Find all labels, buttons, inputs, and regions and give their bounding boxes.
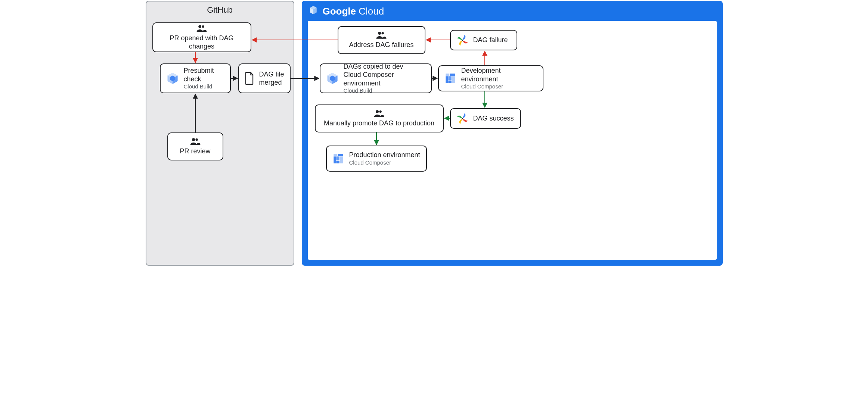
svg-point-22: [379, 110, 381, 113]
file-icon: [244, 72, 255, 85]
node-address-dag-failures: Address DAG failures: [338, 26, 425, 54]
svg-rect-20: [448, 81, 452, 83]
cloud-composer-icon: [444, 72, 457, 85]
cloud-build-icon: [166, 72, 179, 85]
svg-point-21: [376, 110, 379, 113]
users-icon: [376, 31, 387, 39]
node-dag-success: DAG success: [450, 108, 521, 129]
node-pr-review: PR review: [167, 132, 223, 160]
users-icon: [190, 137, 201, 146]
cloud-build-icon: [326, 72, 339, 85]
svg-point-10: [462, 40, 463, 41]
svg-rect-26: [334, 156, 336, 163]
google-cloud-logo-icon: [308, 4, 319, 18]
svg-point-9: [381, 32, 384, 34]
svg-rect-19: [452, 76, 455, 83]
cloud-composer-icon: [332, 152, 345, 165]
svg-rect-28: [340, 156, 343, 163]
svg-point-23: [462, 118, 463, 119]
svg-rect-15: [446, 74, 449, 76]
node-development-environment: Development environment Cloud Composer: [438, 65, 543, 91]
svg-rect-16: [450, 74, 455, 76]
users-icon: [373, 109, 385, 118]
airflow-icon: [456, 34, 469, 47]
gcp-title-bold: Google: [323, 6, 356, 17]
svg-point-8: [378, 32, 381, 35]
node-presubmit-check: Presubmit check Cloud Build: [160, 63, 231, 93]
node-dag-failure: DAG failure: [450, 30, 517, 50]
node-dags-copied-dev: DAGs copied to dev Cloud Composer enviro…: [320, 63, 432, 93]
node-dag-file-merged: DAG file merged: [238, 63, 291, 93]
svg-rect-27: [336, 156, 340, 160]
node-pr-opened: PR opened with DAG changes: [152, 22, 251, 52]
svg-point-6: [192, 138, 195, 141]
svg-point-7: [195, 138, 198, 141]
section-github-title: GitHub: [146, 5, 294, 15]
svg-point-1: [202, 25, 204, 27]
users-icon: [196, 24, 207, 32]
svg-rect-25: [338, 154, 343, 156]
gcp-title-light: Cloud: [359, 6, 384, 17]
node-promote-to-production: Manually promote DAG to production: [315, 104, 444, 132]
section-gcp-header: Google Cloud: [302, 1, 723, 21]
svg-rect-18: [448, 76, 452, 80]
section-gcp-inner: [308, 21, 717, 260]
airflow-icon: [456, 112, 469, 125]
diagram-canvas: GitHub Google Cloud PR opened with DAG c…: [145, 0, 723, 267]
svg-point-0: [198, 25, 201, 28]
node-production-environment: Production environment Cloud Composer: [326, 146, 427, 172]
svg-rect-29: [336, 161, 340, 163]
svg-rect-17: [446, 76, 448, 83]
svg-rect-24: [334, 154, 337, 156]
